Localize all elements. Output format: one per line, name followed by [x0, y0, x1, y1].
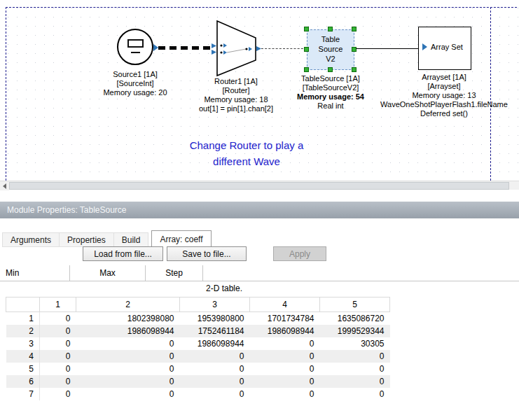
scrollbar-thumb[interactable]	[9, 182, 509, 190]
grid-cell[interactable]: 0	[76, 375, 180, 388]
load-from-file-button[interactable]: Load from file...	[83, 246, 163, 261]
grid-cell[interactable]: 0	[250, 388, 320, 400]
router-output-pin[interactable]	[256, 46, 261, 51]
tab-build[interactable]: Build	[114, 232, 149, 247]
tablesource-body-line: Table	[307, 34, 354, 44]
min-max-step-header-row: Min Max Step	[0, 265, 519, 281]
arrayset-input-pin[interactable]	[422, 43, 427, 50]
grid-row-header[interactable]: 7	[6, 388, 40, 400]
grid-row-header[interactable]: 1	[6, 312, 40, 325]
grid-cell[interactable]: 0	[180, 350, 250, 363]
grid-cell[interactable]: 1752461184	[180, 325, 250, 337]
grid-cell[interactable]: 0	[250, 375, 320, 388]
grid-corner-cell	[6, 298, 40, 312]
grid-row: 400000	[6, 350, 390, 363]
grid-col-header[interactable]: 3	[180, 298, 250, 312]
selection-handle-ne[interactable]	[352, 27, 357, 31]
grid-cell[interactable]: 1635086720	[320, 312, 390, 325]
grid-cell[interactable]: 0	[76, 388, 180, 400]
grid-cell[interactable]: 0	[76, 337, 180, 350]
block-arrayset[interactable]: Array Set	[418, 27, 471, 70]
grid-row-header[interactable]: 3	[6, 337, 40, 350]
label-line: Arrayset [1A]	[364, 73, 519, 82]
arrayset-body-label: Array Set	[431, 43, 463, 51]
source-glyph-base	[131, 52, 140, 53]
router-input-pin-1[interactable]	[212, 43, 216, 48]
canvas-horizontal-scrollbar[interactable]	[0, 181, 519, 190]
source1-output-pin[interactable]	[153, 44, 158, 51]
grid-cell[interactable]: 0	[320, 388, 390, 400]
wire-tablesource-to-arrayset[interactable]	[356, 48, 418, 49]
grid-col-header[interactable]: 2	[76, 298, 180, 312]
grid-cell[interactable]: 0	[40, 325, 76, 337]
grid-col-header[interactable]: 1	[40, 298, 76, 312]
grid-cell[interactable]: 30305	[320, 337, 390, 350]
properties-tab-strip: Arguments Properties Build Array: coeff	[2, 230, 212, 247]
selection-handle-se[interactable]	[352, 67, 357, 72]
page-boundary-top	[6, 7, 517, 8]
grid-cell[interactable]: 0	[40, 337, 76, 350]
grid-cell[interactable]: 0	[180, 363, 250, 375]
router-input-pin-2[interactable]	[212, 50, 216, 55]
apply-button[interactable]: Apply	[273, 246, 326, 261]
grid-cell[interactable]: 1986098944	[180, 337, 250, 350]
tab-properties[interactable]: Properties	[60, 232, 114, 247]
block-source1[interactable]	[117, 29, 153, 65]
save-to-file-button[interactable]: Save to file...	[167, 246, 247, 261]
grid-col-header[interactable]: 4	[250, 298, 320, 312]
grid-row-header[interactable]: 2	[6, 325, 40, 337]
wire-router-to-tablesource[interactable]	[261, 48, 307, 49]
grid-row: 1018023980801953980800170173478416350867…	[6, 312, 390, 325]
grid-cell[interactable]: 0	[320, 350, 390, 363]
block-router1[interactable]	[210, 18, 263, 80]
grid-row: 600000	[6, 375, 390, 388]
grid-row-header[interactable]: 6	[6, 375, 40, 388]
schematic-canvas[interactable]: Table Source V2 Array Set Source1 [1A] […	[0, 0, 519, 181]
scroll-left-button[interactable]	[0, 181, 9, 190]
tab-array-coeff[interactable]: Array: coeff	[151, 230, 211, 247]
grid-cell[interactable]: 0	[250, 363, 320, 375]
grid-row-header[interactable]: 4	[6, 350, 40, 363]
grid-cell[interactable]: 0	[250, 337, 320, 350]
page-boundary-left	[6, 7, 6, 181]
scroll-left-icon	[3, 183, 6, 189]
tablesource-body-line: V2	[307, 54, 354, 64]
selection-handle-n[interactable]	[328, 27, 333, 31]
grid-cell[interactable]: 1701734784	[250, 312, 320, 325]
grid-cell[interactable]: 0	[40, 375, 76, 388]
grid-row-header[interactable]: 5	[6, 363, 40, 375]
block-tablesource[interactable]: Table Source V2	[307, 29, 354, 70]
grid-cell[interactable]: 0	[76, 363, 180, 375]
min-header: Min	[0, 265, 70, 281]
selection-handle-s[interactable]	[328, 67, 333, 72]
arrayset-caption: Arrayset [1A] [Arrayset] Memory usage: 1…	[364, 73, 519, 118]
grid-cell[interactable]: 0	[40, 350, 76, 363]
grid-col-header[interactable]: 5	[320, 298, 390, 312]
wire-source-to-router[interactable]	[158, 46, 212, 50]
grid-cell[interactable]: 0	[250, 350, 320, 363]
selection-handle-nw[interactable]	[304, 27, 309, 31]
label-line: Deferred set()	[364, 109, 519, 118]
grid-cell[interactable]: 0	[180, 388, 250, 400]
selection-handle-sw[interactable]	[304, 67, 309, 72]
annotation-line: Change Router to play a	[140, 137, 353, 153]
grid-cell[interactable]: 0	[40, 363, 76, 375]
grid-cell[interactable]: 1999529344	[320, 325, 390, 337]
grid-cell[interactable]: 0	[76, 350, 180, 363]
label-line: Memory usage: 13	[364, 91, 519, 100]
canvas-annotation: Change Router to play a different Wave	[140, 137, 353, 169]
grid-cell[interactable]: 0	[320, 375, 390, 388]
grid-row: 3001986098944030305	[6, 337, 390, 350]
grid-row: 2019860989441752461184198609894419995293…	[6, 325, 390, 337]
grid-cell[interactable]: 0	[320, 363, 390, 375]
grid-cell[interactable]: 1953980800	[180, 312, 250, 325]
selection-handle-w[interactable]	[304, 47, 309, 52]
grid-cell[interactable]: 1986098944	[250, 325, 320, 337]
grid-cell[interactable]: 1802398080	[76, 312, 180, 325]
grid-cell[interactable]: 0	[180, 375, 250, 388]
router-node-dot	[220, 44, 222, 46]
grid-cell[interactable]: 1986098944	[76, 325, 180, 337]
grid-cell[interactable]: 0	[40, 312, 76, 325]
tab-arguments[interactable]: Arguments	[2, 232, 60, 247]
grid-cell[interactable]: 0	[40, 388, 76, 400]
